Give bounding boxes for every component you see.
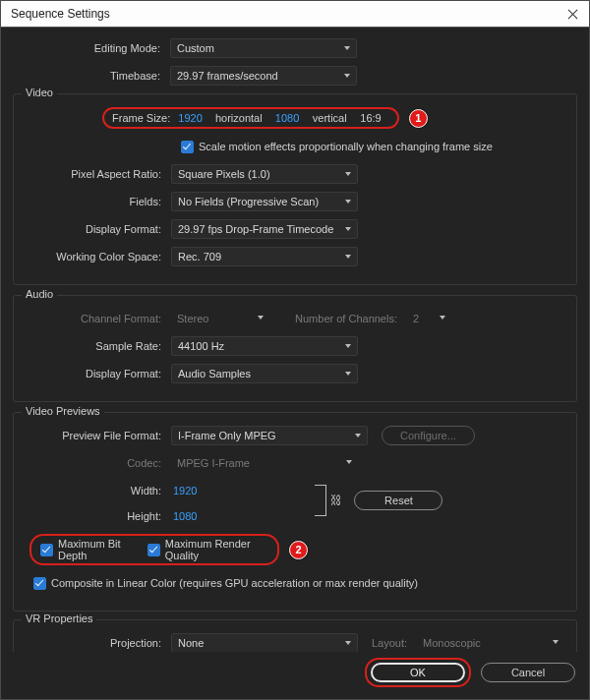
width-field[interactable]: 1920 xyxy=(171,485,197,496)
horizontal-label: horizontal xyxy=(210,112,267,124)
aspect-ratio-text: 16:9 xyxy=(352,112,388,124)
display-format-label: Display Format: xyxy=(14,223,171,235)
configure-button: Configure... xyxy=(382,426,475,445)
editing-mode-label: Editing Mode: xyxy=(13,42,170,54)
vertical-label: vertical xyxy=(307,112,352,124)
video-group-label: Video xyxy=(22,87,57,98)
fields-select[interactable]: No Fields (Progressive Scan) xyxy=(171,192,358,211)
codec-label: Codec: xyxy=(14,457,171,469)
video-previews-group-label: Video Previews xyxy=(22,405,104,417)
width-label: Width: xyxy=(14,485,171,496)
link-icon[interactable]: ⛓ xyxy=(326,494,340,507)
cancel-button[interactable]: Cancel xyxy=(481,663,575,682)
ok-button[interactable]: OK xyxy=(371,663,465,682)
height-field[interactable]: 1080 xyxy=(171,510,197,522)
annotation-bullet-1: 1 xyxy=(409,109,428,128)
preview-file-format-select[interactable]: I-Frame Only MPEG xyxy=(171,426,368,445)
video-group: Video Frame Size: 1920 horizontal 1080 v… xyxy=(13,93,577,285)
composite-linear-label: Composite in Linear Color (requires GPU … xyxy=(51,577,418,589)
maximum-bit-depth-label: Maximum Bit Depth xyxy=(58,538,139,561)
sample-rate-label: Sample Rate: xyxy=(14,340,171,352)
scale-motion-effects-label: Scale motion effects proportionally when… xyxy=(199,141,493,152)
maximum-render-quality-label: Maximum Render Quality xyxy=(165,538,269,561)
composite-linear-checkbox[interactable] xyxy=(33,577,46,590)
layout-select: Monoscopic xyxy=(417,633,564,652)
working-color-space-select[interactable]: Rec. 709 xyxy=(171,247,358,266)
window-title: Sequence Settings xyxy=(11,7,110,21)
editing-mode-select[interactable]: Custom xyxy=(170,38,357,58)
annotation-ring-1: Frame Size: 1920 horizontal 1080 vertica… xyxy=(102,107,399,129)
vr-properties-group: VR Properties Projection: None Layout: M… xyxy=(13,619,577,652)
annotation-ring-2: Maximum Bit Depth Maximum Render Quality xyxy=(30,534,279,565)
maximum-bit-depth-checkbox[interactable] xyxy=(40,544,53,556)
frame-size-label: Frame Size: xyxy=(112,112,170,124)
close-icon[interactable] xyxy=(567,8,579,20)
audio-display-format-label: Display Format: xyxy=(14,368,171,379)
fields-label: Fields: xyxy=(14,196,171,207)
height-label: Height: xyxy=(14,510,171,522)
codec-select: MPEG I-Frame xyxy=(171,453,358,473)
video-previews-group: Video Previews Preview File Format: I-Fr… xyxy=(13,412,577,612)
vr-properties-group-label: VR Properties xyxy=(22,612,96,624)
audio-group-label: Audio xyxy=(22,288,57,300)
frame-width-field[interactable]: 1920 xyxy=(170,112,209,124)
maximum-render-quality-checkbox[interactable] xyxy=(148,544,160,556)
frame-height-field[interactable]: 1080 xyxy=(267,112,307,124)
timebase-select[interactable]: 29.97 frames/second xyxy=(170,66,357,86)
reset-button[interactable]: Reset xyxy=(354,491,442,510)
pixel-aspect-ratio-select[interactable]: Square Pixels (1.0) xyxy=(171,164,358,184)
annotation-ring-3: OK xyxy=(365,658,471,687)
number-of-channels-label: Number of Channels: xyxy=(269,313,407,324)
display-format-select[interactable]: 29.97 fps Drop-Frame Timecode xyxy=(171,219,358,239)
sample-rate-select[interactable]: 44100 Hz xyxy=(171,336,358,356)
channel-format-label: Channel Format: xyxy=(14,313,171,324)
layout-label: Layout: xyxy=(358,637,417,649)
audio-group: Audio Channel Format: Stereo Number of C… xyxy=(13,295,577,402)
scale-motion-effects-checkbox[interactable] xyxy=(181,141,194,153)
projection-label: Projection: xyxy=(14,637,171,649)
channel-format-select: Stereo xyxy=(171,309,269,328)
pixel-aspect-ratio-label: Pixel Aspect Ratio: xyxy=(14,168,171,180)
audio-display-format-select[interactable]: Audio Samples xyxy=(171,364,358,383)
number-of-channels-select: 2 xyxy=(407,309,451,328)
preview-file-format-label: Preview File Format: xyxy=(14,430,171,441)
titlebar: Sequence Settings xyxy=(1,1,589,28)
working-color-space-label: Working Color Space: xyxy=(14,251,171,262)
annotation-bullet-2: 2 xyxy=(289,541,308,559)
timebase-label: Timebase: xyxy=(13,70,170,82)
projection-select[interactable]: None xyxy=(171,633,358,652)
bracket-icon xyxy=(315,485,326,516)
